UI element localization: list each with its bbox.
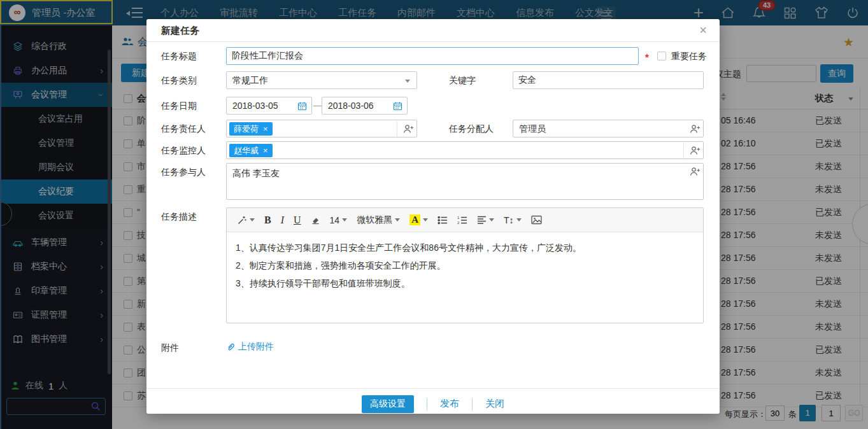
new-task-modal: 新建任务 × 任务标题 * 重要任务 任务类别 常规工作 关键字 任务日期 20…: [146, 19, 720, 414]
modal-footer: 高级设置 发布 关闭: [146, 388, 720, 414]
participants-value: 高伟 李玉友: [232, 168, 280, 179]
close-icon[interactable]: ×: [699, 23, 707, 38]
task-category-label: 任务类别: [161, 75, 197, 87]
insert-image-button[interactable]: [531, 215, 542, 225]
owner-tag: 薛爱荷×: [229, 122, 273, 136]
task-monitor-field[interactable]: 赵华威×: [226, 141, 704, 159]
calendar-icon[interactable]: [393, 101, 402, 111]
task-date-label: 任务日期: [161, 101, 197, 112]
bullet-list-button[interactable]: [438, 216, 448, 225]
description-line: 1、认真传达学习集团7月1日安全生产工作会议和86号文件精神，大力宣传，广泛发动…: [236, 239, 694, 257]
task-assigner-label: 任务分配人: [449, 123, 494, 135]
task-category-select[interactable]: 常规工作: [226, 71, 417, 89]
task-monitor-label: 任务监控人: [161, 145, 206, 157]
eraser-icon[interactable]: [311, 215, 320, 225]
start-date-input[interactable]: 2018-03-05: [226, 97, 312, 115]
attachment-label: 附件: [161, 342, 179, 354]
modal-title: 新建任务: [161, 25, 199, 37]
required-asterisk: *: [645, 52, 649, 62]
app-window: ∞ 管理员 -办公室 个人办公审批流转工作中心工作任务内部邮件文档中心信息发布公…: [0, 0, 868, 429]
task-title-label: 任务标题: [161, 51, 197, 62]
task-description-label: 任务描述: [161, 211, 197, 223]
publish-button[interactable]: 发布: [440, 398, 459, 410]
editor-toolbar: B I U 14 微软雅黑 A 12 T↕: [227, 208, 703, 232]
font-family-dropdown[interactable]: 微软雅黑: [357, 215, 400, 226]
description-line: 3、持续执行领导干部帮包和值班带班制度。: [236, 274, 694, 292]
tag-remove-icon[interactable]: ×: [263, 146, 268, 155]
modal-header: 新建任务 ×: [146, 19, 720, 42]
assigner-value: 管理员: [519, 123, 546, 135]
important-task-label: 重要任务: [671, 51, 707, 62]
align-dropdown[interactable]: [477, 216, 494, 224]
end-date-value: 2018-03-06: [328, 101, 374, 111]
task-participants-label: 任务参与人: [161, 167, 206, 178]
svg-text:1: 1: [457, 216, 460, 220]
line-height-dropdown[interactable]: T↕: [504, 215, 522, 225]
task-category-value: 常规工作: [232, 75, 268, 87]
paperclip-icon: [226, 342, 236, 352]
font-color-dropdown[interactable]: A: [409, 215, 428, 225]
monitor-tag: 赵华威×: [229, 144, 273, 157]
editor-content[interactable]: 1、认真传达学习集团7月1日安全生产工作会议和86号文件精神，大力宣传，广泛发动…: [227, 232, 703, 324]
italic-button[interactable]: I: [281, 215, 284, 226]
add-person-icon[interactable]: [402, 123, 414, 135]
owner-tag-name: 薛爱荷: [234, 124, 259, 134]
rich-text-editor: B I U 14 微软雅黑 A 12 T↕: [226, 207, 704, 323]
task-owner-label: 任务责任人: [161, 123, 206, 135]
upload-attachment-link[interactable]: 上传附件: [226, 341, 274, 353]
calendar-icon[interactable]: [297, 101, 307, 111]
add-person-icon[interactable]: [689, 166, 701, 178]
start-date-value: 2018-03-05: [232, 101, 278, 111]
advanced-settings-button[interactable]: 高级设置: [362, 395, 414, 413]
task-title-input[interactable]: [226, 47, 639, 65]
underline-button[interactable]: U: [294, 215, 301, 226]
task-owner-field[interactable]: 薛爱荷×: [226, 120, 417, 137]
font-size-dropdown[interactable]: 14: [330, 215, 348, 225]
important-task-checkbox[interactable]: [657, 52, 666, 60]
task-participants-field[interactable]: 高伟 李玉友: [226, 163, 704, 200]
tag-remove-icon[interactable]: ×: [263, 124, 268, 134]
footer-separator: [427, 398, 427, 411]
add-person-icon[interactable]: [689, 123, 701, 135]
magic-format-icon[interactable]: [237, 215, 255, 225]
date-range-separator: —: [313, 100, 322, 110]
numbered-list-button[interactable]: 12: [457, 216, 467, 225]
svg-text:2: 2: [457, 221, 460, 225]
footer-separator: [472, 398, 473, 411]
bold-button[interactable]: B: [264, 215, 271, 226]
description-line: 2、制定方案和措施，强势推动各项安全工作的开展。: [236, 257, 694, 274]
keyword-label: 关键字: [449, 75, 476, 87]
end-date-input[interactable]: 2018-03-06: [322, 97, 408, 115]
monitor-tag-name: 赵华威: [234, 146, 259, 155]
select-caret-icon: [405, 80, 410, 83]
upload-attachment-text: 上传附件: [238, 341, 274, 353]
add-person-icon[interactable]: [689, 145, 701, 157]
task-assigner-field[interactable]: 管理员: [513, 120, 704, 137]
close-button[interactable]: 关闭: [485, 398, 504, 410]
keyword-input[interactable]: [513, 71, 704, 89]
